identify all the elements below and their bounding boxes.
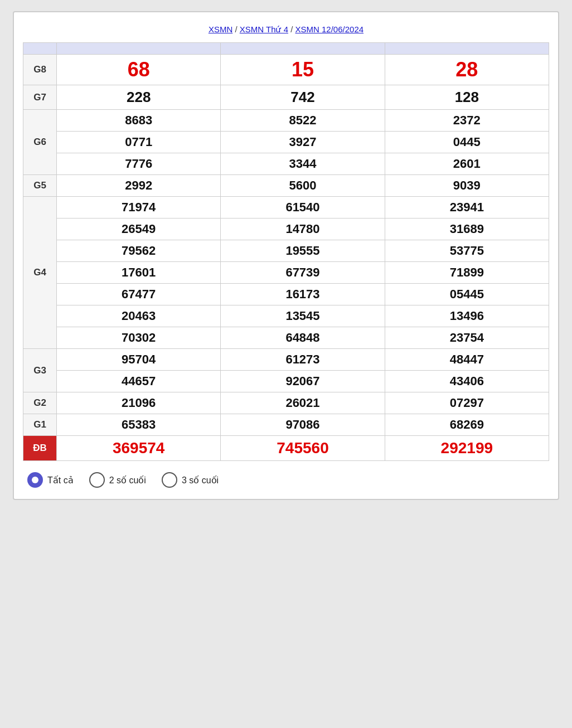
table-row: G7228742128 — [23, 85, 549, 110]
filter-2cuoi[interactable]: 2 số cuối — [89, 472, 146, 488]
row-value: 70302 — [57, 327, 221, 349]
row-value: 61540 — [221, 197, 385, 219]
table-row: 265491478031689 — [23, 219, 549, 240]
row-value: 71899 — [385, 262, 549, 284]
row-value: 28 — [385, 55, 549, 85]
header-soc-trang — [385, 43, 549, 55]
row-label: G3 — [23, 349, 57, 392]
row-value: 228 — [57, 85, 221, 110]
row-value: 23941 — [385, 197, 549, 219]
filter-3cuoi-label: 3 số cuối — [182, 475, 219, 486]
row-value: 68 — [57, 55, 221, 85]
row-value: 8522 — [221, 110, 385, 132]
table-row: G8681528 — [23, 55, 549, 85]
row-value: 128 — [385, 85, 549, 110]
row-value: 20463 — [57, 305, 221, 327]
row-value: 07297 — [385, 392, 549, 414]
row-value: 05445 — [385, 284, 549, 305]
row-value: 67739 — [221, 262, 385, 284]
row-value: 26021 — [221, 392, 385, 414]
header-empty — [23, 43, 57, 55]
table-row: G3957046127348447 — [23, 349, 549, 371]
row-value: 745560 — [221, 436, 385, 461]
table-row: 176016773971899 — [23, 262, 549, 284]
row-value: 2601 — [385, 153, 549, 175]
row-label: G6 — [23, 110, 57, 175]
table-row: G5299256009039 — [23, 175, 549, 197]
row-value: 5600 — [221, 175, 385, 197]
row-value: 48447 — [385, 349, 549, 371]
radio-3cuoi[interactable] — [162, 472, 177, 488]
row-value: 67477 — [57, 284, 221, 305]
row-value: 65383 — [57, 414, 221, 436]
row-value: 43406 — [385, 371, 549, 392]
row-value: 2372 — [385, 110, 549, 132]
row-value: 61273 — [221, 349, 385, 371]
table-row: G1653839708668269 — [23, 414, 549, 436]
row-value: 369574 — [57, 436, 221, 461]
row-value: 15 — [221, 55, 385, 85]
row-value: 7776 — [57, 153, 221, 175]
table-row: 674771617305445 — [23, 284, 549, 305]
table-row: G2210962602107297 — [23, 392, 549, 414]
table-row: 077139270445 — [23, 132, 549, 153]
row-value: 16173 — [221, 284, 385, 305]
row-value: 9039 — [385, 175, 549, 197]
table-row: 703026484823754 — [23, 327, 549, 349]
row-value: 71974 — [57, 197, 221, 219]
row-value: 3927 — [221, 132, 385, 153]
row-value: 3344 — [221, 153, 385, 175]
row-value: 13496 — [385, 305, 549, 327]
row-value: 92067 — [221, 371, 385, 392]
row-value: 31689 — [385, 219, 549, 240]
row-label: G7 — [23, 85, 57, 110]
table-row: G6868385222372 — [23, 110, 549, 132]
breadcrumb-link-1[interactable]: XSMN — [209, 25, 232, 34]
main-container: XSMN / XSMN Thứ 4 / XSMN 12/06/2024 G868… — [13, 11, 559, 500]
row-value: 79562 — [57, 240, 221, 262]
table-row: 204631354513496 — [23, 305, 549, 327]
header-can-tho — [221, 43, 385, 55]
filter-2cuoi-label: 2 số cuối — [109, 475, 146, 486]
row-value: 97086 — [221, 414, 385, 436]
row-label: G2 — [23, 392, 57, 414]
row-value: 23754 — [385, 327, 549, 349]
row-value: 44657 — [57, 371, 221, 392]
row-label: ĐB — [23, 436, 57, 461]
row-value: 0771 — [57, 132, 221, 153]
breadcrumb: XSMN / XSMN Thứ 4 / XSMN 12/06/2024 — [23, 25, 549, 35]
row-label: G4 — [23, 197, 57, 349]
row-value: 14780 — [221, 219, 385, 240]
breadcrumb-link-2[interactable]: XSMN Thứ 4 — [240, 25, 288, 34]
table-row: 446579206743406 — [23, 371, 549, 392]
row-value: 95704 — [57, 349, 221, 371]
row-value: 64848 — [221, 327, 385, 349]
filter-options: Tất cả 2 số cuối 3 số cuối — [23, 470, 549, 490]
row-label: G1 — [23, 414, 57, 436]
row-value: 21096 — [57, 392, 221, 414]
row-value: 68269 — [385, 414, 549, 436]
radio-2cuoi[interactable] — [89, 472, 105, 488]
row-value: 53775 — [385, 240, 549, 262]
row-value: 8683 — [57, 110, 221, 132]
row-value: 13545 — [221, 305, 385, 327]
radio-all[interactable] — [27, 472, 43, 488]
row-value: 26549 — [57, 219, 221, 240]
breadcrumb-link-3[interactable]: XSMN 12/06/2024 — [295, 25, 364, 34]
table-row: 795621955553775 — [23, 240, 549, 262]
results-table: G8681528G7228742128G68683852223720771392… — [23, 42, 549, 461]
header-dong-nai — [57, 43, 221, 55]
row-value: 292199 — [385, 436, 549, 461]
row-value: 2992 — [57, 175, 221, 197]
row-value: 19555 — [221, 240, 385, 262]
row-value: 17601 — [57, 262, 221, 284]
filter-all-label: Tất cả — [47, 475, 74, 486]
row-label: G5 — [23, 175, 57, 197]
row-value: 742 — [221, 85, 385, 110]
table-row: ĐB369574745560292199 — [23, 436, 549, 461]
filter-all[interactable]: Tất cả — [27, 472, 74, 488]
table-row: 777633442601 — [23, 153, 549, 175]
filter-3cuoi[interactable]: 3 số cuối — [162, 472, 219, 488]
table-row: G4719746154023941 — [23, 197, 549, 219]
row-label: G8 — [23, 55, 57, 85]
